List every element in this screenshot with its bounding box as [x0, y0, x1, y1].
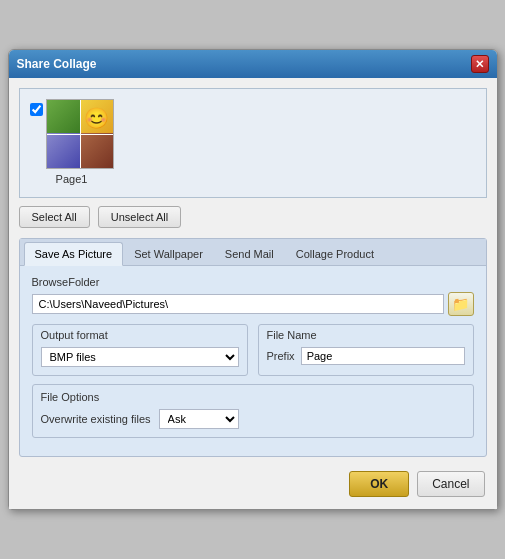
page-checkbox[interactable]	[30, 103, 43, 116]
overwrite-row: Overwrite existing files Ask Yes No	[41, 409, 465, 429]
browse-folder-label: BrowseFolder	[32, 276, 474, 288]
page-thumbnail: 😊	[46, 99, 114, 169]
thumb-smiley: 😊	[80, 100, 113, 135]
file-options-title: File Options	[41, 391, 465, 403]
pages-area: 😊 Page1	[19, 88, 487, 198]
thumb-brown	[80, 133, 113, 168]
page-item: 😊 Page1	[30, 99, 114, 187]
tab-save-as-picture[interactable]: Save As Picture	[24, 242, 124, 266]
close-button[interactable]: ✕	[471, 55, 489, 73]
tab-content: BrowseFolder 📁 Output format BMP files J…	[20, 266, 486, 456]
select-all-button[interactable]: Select All	[19, 206, 90, 228]
unselect-all-button[interactable]: Unselect All	[98, 206, 181, 228]
window-title: Share Collage	[17, 57, 97, 71]
tabs-container: Save As Picture Set Wallpaper Send Mail …	[19, 238, 487, 457]
thumb-line-v	[80, 100, 81, 168]
thumb-green	[47, 100, 82, 135]
output-format-title: Output format	[41, 329, 239, 341]
browse-button[interactable]: 📁	[448, 292, 474, 316]
browse-row: 📁	[32, 292, 474, 316]
output-format-group: Output format BMP files JPEG files PNG f…	[32, 324, 248, 376]
overwrite-label: Overwrite existing files	[41, 413, 151, 425]
output-format-select[interactable]: BMP files JPEG files PNG files TIFF file…	[41, 347, 239, 367]
browse-folder-input[interactable]	[32, 294, 444, 314]
tab-collage-product[interactable]: Collage Product	[285, 242, 385, 265]
tab-set-wallpaper[interactable]: Set Wallpaper	[123, 242, 214, 265]
selection-buttons-row: Select All Unselect All	[19, 206, 487, 228]
window-body: 😊 Page1 Select All Unselect All Save As …	[9, 78, 497, 509]
prefix-row: Prefix	[267, 347, 465, 365]
share-collage-dialog: Share Collage ✕ 😊 Page1	[8, 49, 498, 510]
tabs-header: Save As Picture Set Wallpaper Send Mail …	[20, 239, 486, 266]
page-label: Page1	[56, 173, 88, 185]
ok-button[interactable]: OK	[349, 471, 409, 497]
output-filename-row: Output format BMP files JPEG files PNG f…	[32, 324, 474, 376]
title-bar: Share Collage ✕	[9, 50, 497, 78]
overwrite-select[interactable]: Ask Yes No	[159, 409, 239, 429]
file-name-group: File Name Prefix	[258, 324, 474, 376]
file-name-title: File Name	[267, 329, 465, 341]
thumb-purple	[47, 133, 82, 168]
page-thumbnail-wrapper: 😊	[30, 99, 114, 169]
bottom-buttons: OK Cancel	[19, 465, 487, 499]
cancel-button[interactable]: Cancel	[417, 471, 484, 497]
tab-send-mail[interactable]: Send Mail	[214, 242, 285, 265]
prefix-label: Prefix	[267, 350, 295, 362]
file-options-group: File Options Overwrite existing files As…	[32, 384, 474, 438]
prefix-input[interactable]	[301, 347, 465, 365]
